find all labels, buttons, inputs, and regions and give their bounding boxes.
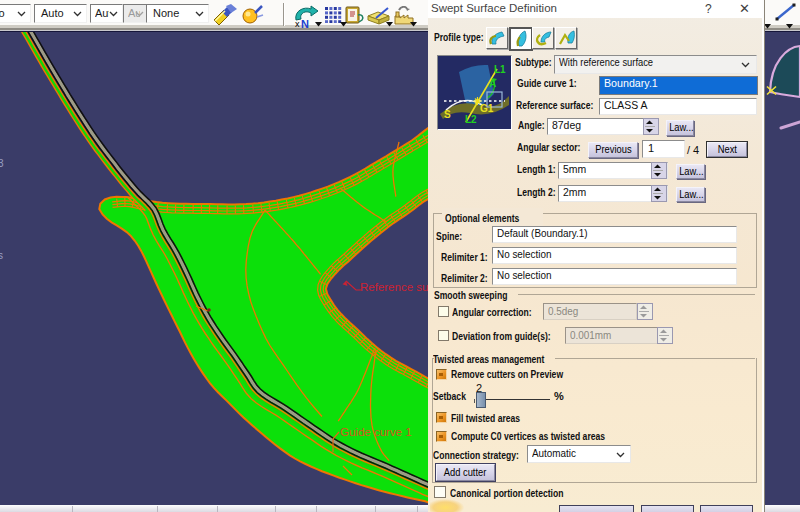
svg-text:L1: L1 bbox=[494, 64, 506, 75]
svg-text:S: S bbox=[444, 109, 451, 120]
svg-text:s: s bbox=[0, 250, 3, 261]
svg-text:x: x bbox=[295, 19, 300, 28]
svg-text:Guide curve 1: Guide curve 1 bbox=[340, 426, 412, 438]
svg-text:L2: L2 bbox=[465, 114, 477, 125]
svg-text:Reference su: Reference su bbox=[360, 281, 428, 293]
svg-text:N: N bbox=[301, 18, 309, 28]
svg-text:3: 3 bbox=[0, 158, 4, 169]
svg-text:A: A bbox=[489, 78, 496, 89]
svg-text:G1: G1 bbox=[480, 103, 494, 114]
